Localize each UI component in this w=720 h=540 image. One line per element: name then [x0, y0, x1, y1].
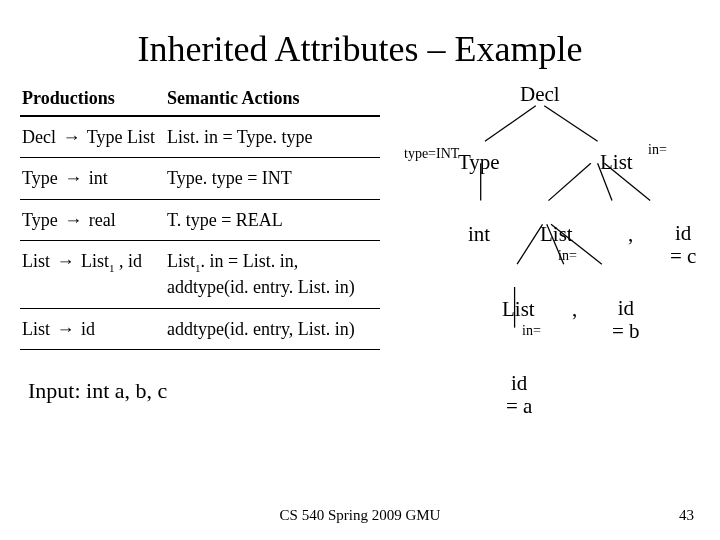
node-comma-2: , — [572, 297, 577, 322]
col-productions: Productions — [20, 82, 165, 116]
col-actions: Semantic Actions — [165, 82, 380, 116]
footer-course: CS 540 Spring 2009 GMU — [0, 507, 720, 524]
prod-lhs: List → id — [20, 308, 165, 349]
prod-rhs: addtype(id. entry, List. in) — [165, 308, 380, 349]
node-int: int — [468, 222, 490, 247]
input-label: Input: int a, b, c — [20, 350, 380, 404]
node-id-a: id= a — [506, 372, 532, 418]
table-row: List → List1 , id List1. in = List. in,a… — [20, 240, 380, 308]
prod-lhs: Type → real — [20, 199, 165, 240]
prod-rhs: T. type = REAL — [165, 199, 380, 240]
prod-lhs: List → List1 , id — [20, 240, 165, 308]
attr-in-2: in= — [522, 323, 541, 339]
attr-in-0: in= — [648, 142, 667, 158]
productions-table: Productions Semantic Actions Decl → Type… — [20, 82, 380, 350]
table-row: List → id addtype(id. entry, List. in) — [20, 308, 380, 349]
prod-rhs: List1. in = List. in,addtype(id. entry. … — [165, 240, 380, 308]
node-decl: Decl — [520, 82, 560, 107]
node-type: Type — [458, 150, 500, 175]
slide-title: Inherited Attributes – Example — [0, 0, 720, 82]
node-list-2: List — [502, 297, 535, 322]
content: Productions Semantic Actions Decl → Type… — [0, 82, 720, 404]
svg-line-6 — [517, 224, 542, 264]
node-list-0: List — [600, 150, 633, 175]
table-row: Type → int Type. type = INT — [20, 158, 380, 199]
svg-line-0 — [485, 106, 536, 142]
prod-rhs: List. in = Type. type — [165, 116, 380, 158]
left-column: Productions Semantic Actions Decl → Type… — [20, 82, 380, 404]
svg-line-1 — [544, 106, 597, 142]
prod-lhs: Type → int — [20, 158, 165, 199]
node-list-1: List — [540, 222, 573, 247]
svg-line-3 — [548, 163, 590, 200]
parse-tree: Decl type=INT Type in= List int List in=… — [380, 82, 700, 404]
attr-in-1: in= — [558, 248, 577, 264]
page-number: 43 — [679, 507, 694, 524]
prod-lhs: Decl → Type List — [20, 116, 165, 158]
attr-type-int: type=INT — [404, 146, 459, 162]
table-row: Decl → Type List List. in = Type. type — [20, 116, 380, 158]
table-row: Type → real T. type = REAL — [20, 199, 380, 240]
prod-rhs: Type. type = INT — [165, 158, 380, 199]
node-comma-1: , — [628, 222, 633, 247]
node-id-c: id= c — [670, 222, 696, 268]
node-id-b: id= b — [612, 297, 640, 343]
